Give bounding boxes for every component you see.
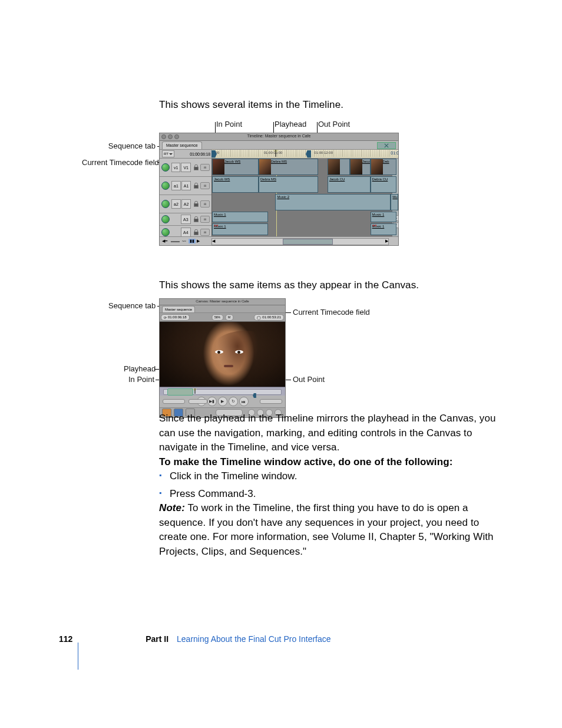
auto-select-button[interactable]: ⊟ <box>200 200 210 207</box>
clip[interactable] <box>328 159 350 175</box>
right-timecode[interactable]: ◯01:00:53:21 <box>254 314 284 321</box>
track-header: v1V1⊟ <box>160 159 211 177</box>
in-point-marker[interactable] <box>211 150 217 156</box>
clip[interactable]: Music 1 <box>212 212 268 222</box>
visibility-toggle[interactable] <box>161 182 170 190</box>
auto-select-button[interactable]: ⊟ <box>200 182 210 189</box>
dest-patch[interactable]: V1 <box>181 163 191 172</box>
visibility-toggle[interactable] <box>161 228 170 236</box>
dest-patch[interactable]: A2 <box>181 199 191 209</box>
note-paragraph: Note: To work in the Timeline, the first… <box>159 501 501 559</box>
track-header: a1A1⊟ <box>160 177 211 195</box>
task-heading: To make the Timeline window active, do o… <box>159 455 501 470</box>
clip[interactable]: Debra MS <box>259 176 318 193</box>
clip[interactable]: Debra CU <box>371 176 396 193</box>
clip[interactable]: Jacob WS <box>212 176 259 193</box>
zoom-pill[interactable]: 56% <box>211 314 223 321</box>
track-header: A3⊟ <box>160 213 211 226</box>
lock-icon[interactable] <box>193 182 199 189</box>
sequence-tab[interactable]: Master sequence <box>162 306 195 312</box>
jog[interactable] <box>189 399 207 404</box>
bullet-item: Press Command-3. <box>170 487 501 501</box>
track-header: a2A2⊟ <box>160 195 211 213</box>
view-pill[interactable]: M <box>225 314 233 321</box>
next-edit-button[interactable]: ⏭ <box>239 397 249 406</box>
callout-in-point-canvas: In Point <box>128 375 154 384</box>
out-point-marker[interactable] <box>253 389 256 394</box>
timeline-screenshot: Timeline: Master sequence in Cafe Master… <box>159 133 399 265</box>
dest-patch[interactable]: A1 <box>181 181 191 190</box>
window-title: Timeline: Master sequence in Cafe <box>160 134 398 138</box>
timeline-bottom-bar: ◀━ ═══ 〰 ▮▮ ▶ ◀ ▶ <box>160 236 398 245</box>
intro-text-2: This shows the same items as they appear… <box>159 278 501 293</box>
play-around-button[interactable]: ↻ <box>229 397 238 406</box>
source-patch[interactable]: a1 <box>171 181 181 190</box>
callout-playhead: Playhead <box>275 120 306 129</box>
lock-icon[interactable] <box>193 229 199 236</box>
window-titlebar: Canvas: Master sequence in Cafe <box>159 298 286 305</box>
svg-rect-3 <box>194 219 197 222</box>
auto-select-button[interactable]: ⊟ <box>200 164 210 171</box>
sequence-tab[interactable]: Master sequence <box>162 141 202 149</box>
window-titlebar: Timeline: Master sequence in Cafe <box>159 133 399 140</box>
page-number: 112 <box>59 634 72 644</box>
clip[interactable]: Music 1 <box>371 212 396 222</box>
clip[interactable]: Debra MS <box>259 159 318 175</box>
callout-current-tc-canvas: Current Timecode field <box>293 308 370 317</box>
shuttle[interactable] <box>163 399 185 404</box>
dest-patch[interactable]: A4 <box>181 228 191 237</box>
svg-rect-2 <box>194 203 198 206</box>
out-point-marker[interactable] <box>306 150 311 156</box>
svg-rect-1 <box>194 185 198 188</box>
callout-out-point-canvas: Out Point <box>293 375 325 384</box>
current-timecode-field[interactable]: 01:00:06:18 <box>190 152 210 156</box>
note-label: Note: <box>159 502 185 513</box>
svg-rect-0 <box>194 167 198 170</box>
playhead-marker[interactable] <box>273 150 279 157</box>
shuttle-r[interactable] <box>260 399 282 404</box>
clip[interactable]: ▾▾Music 1 <box>371 223 396 235</box>
clip[interactable]: Jacob WS <box>212 159 259 175</box>
callout-out-point: Out Point <box>318 120 350 129</box>
callout-sequence-tab: Sequence tab <box>108 141 156 150</box>
source-patch[interactable]: v1 <box>171 163 180 172</box>
callout-in-point: In Point <box>216 120 242 129</box>
callout-playhead-canvas: Playhead <box>124 364 156 373</box>
clip[interactable]: Jacob CU <box>328 176 371 193</box>
callout-sequence-tab-canvas: Sequence tab <box>108 301 156 310</box>
clip[interactable]: Jacob <box>350 159 371 175</box>
lock-icon[interactable] <box>193 216 199 223</box>
playhead-marker[interactable] <box>193 388 197 394</box>
auto-select-button[interactable]: ⊟ <box>200 229 210 236</box>
bullet-item: Click in the Timeline window. <box>170 469 501 483</box>
rt-button[interactable]: RT <box>162 150 174 157</box>
source-patch[interactable]: a2 <box>171 199 181 209</box>
svg-rect-4 <box>194 232 197 235</box>
scrubber-bar[interactable] <box>160 387 285 396</box>
clip[interactable]: Deb <box>371 159 396 175</box>
visibility-toggle[interactable] <box>161 200 170 208</box>
in-point-marker[interactable] <box>167 388 194 396</box>
visibility-toggle[interactable] <box>161 215 170 223</box>
footer-divider <box>78 643 78 670</box>
play-in-to-out-button[interactable]: ▶▮ <box>207 397 217 406</box>
viewport <box>160 322 285 387</box>
lock-icon[interactable] <box>193 164 199 171</box>
auto-select-button[interactable]: ⊟ <box>200 216 210 223</box>
body-paragraph: Since the playhead in the Timeline mirro… <box>159 411 501 455</box>
ruler[interactable]: 0001:00:06:0001:00:12:0001:00:18:00 <box>211 150 398 158</box>
tabs-row: Master sequence <box>160 141 398 149</box>
dest-patch[interactable]: A3 <box>181 215 191 224</box>
transport-controls: ⏮ ▶▮ ▶ ↻ ⏭ <box>160 396 285 407</box>
clip[interactable]: Music 2 <box>275 194 391 210</box>
lock-icon[interactable] <box>193 200 199 207</box>
chapter-title: Learning About the Final Cut Pro Interfa… <box>177 634 331 644</box>
clip[interactable]: ▾▾Music 1 <box>212 223 268 235</box>
play-button[interactable]: ▶ <box>218 397 227 406</box>
canvas-screenshot: Canvas: Master sequence in Cafe Master s… <box>159 298 286 398</box>
button-bar[interactable] <box>377 142 396 149</box>
visibility-toggle[interactable] <box>161 163 170 172</box>
window-title: Canvas: Master sequence in Cafe <box>160 299 285 303</box>
clip[interactable]: Mu <box>391 194 398 210</box>
left-timecode[interactable]: ⟳01:00:06:18 <box>161 314 190 321</box>
